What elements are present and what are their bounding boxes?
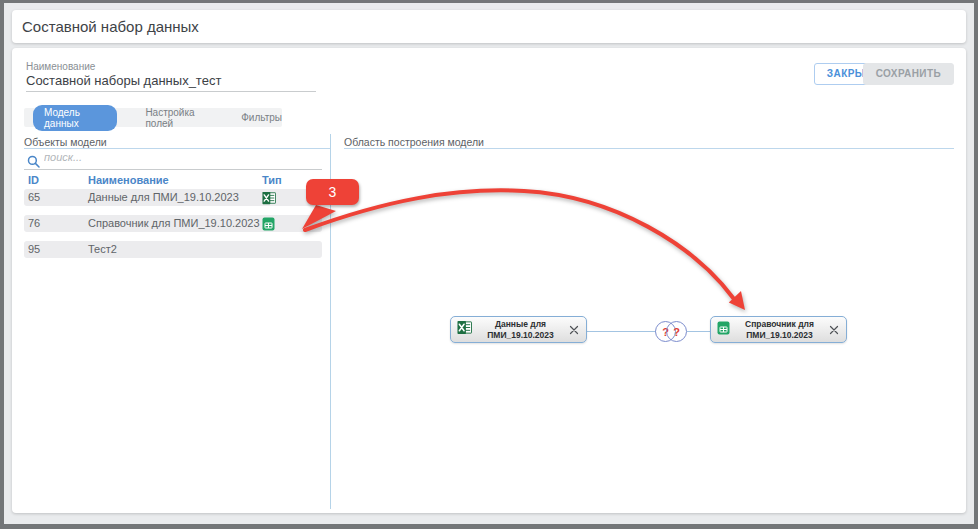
name-field-value[interactable]: Составной наборы данных_тест — [26, 73, 221, 88]
model-node-data[interactable]: Данные для ПМИ_19.10.2023 — [450, 316, 587, 343]
tab-filters[interactable]: Фильтры — [241, 112, 282, 123]
name-field-underline — [26, 91, 316, 92]
sheet-file-icon — [262, 217, 275, 236]
node-label: Данные для ПМИ_19.10.2023 — [472, 319, 569, 340]
model-node-reference[interactable]: Справочник для ПМИ_19.10.2023 — [710, 316, 847, 343]
table-row[interactable]: 65 Данные для ПМИ_19.10.2023 — [24, 189, 322, 206]
table-row[interactable]: 95 Тест2 — [24, 241, 322, 258]
step-number-badge: 3 — [306, 179, 359, 205]
column-header-type[interactable]: Тип — [262, 174, 282, 186]
objects-panel-rule — [24, 148, 330, 149]
excel-file-icon — [262, 191, 276, 210]
row-name: Данные для ПМИ_19.10.2023 — [88, 189, 239, 206]
tab-field-settings[interactable]: Настройка полей — [145, 107, 213, 129]
canvas-panel-title: Область построения модели — [344, 136, 484, 148]
row-name: Справочник для ПМИ_19.10.2023 — [88, 215, 260, 232]
join-right-circle[interactable]: ? — [666, 321, 687, 342]
column-header-name[interactable]: Наименование — [88, 174, 169, 186]
search-underline — [24, 169, 322, 170]
save-button[interactable]: СОХРАНИТЬ — [863, 63, 954, 85]
close-icon[interactable] — [569, 325, 579, 335]
tab-data-model[interactable]: Модель данных — [33, 105, 117, 131]
join-connector-line — [687, 331, 710, 332]
join-connector-line — [587, 331, 656, 332]
node-label: Справочник для ПМИ_19.10.2023 — [730, 319, 829, 340]
row-id: 76 — [28, 215, 40, 232]
tab-bar: Модель данных Настройка полей Фильтры — [24, 108, 282, 127]
main-panel: Наименование Составной наборы данных_тес… — [12, 48, 966, 513]
window-header: Составной набор данных — [12, 10, 966, 43]
excel-file-icon — [457, 320, 472, 339]
sheet-file-icon — [717, 321, 730, 339]
row-id: 65 — [28, 189, 40, 206]
table-row[interactable]: 76 Справочник для ПМИ_19.10.2023 — [24, 215, 322, 232]
join-type-selector[interactable]: ? ? — [655, 321, 687, 342]
canvas-panel-rule — [344, 148, 954, 149]
column-header-id[interactable]: ID — [28, 174, 39, 186]
name-field-label: Наименование — [26, 61, 95, 72]
search-input[interactable] — [44, 151, 314, 163]
page-title: Составной набор данных — [22, 10, 199, 43]
objects-panel-title: Объекты модели — [24, 136, 107, 148]
close-icon[interactable] — [829, 325, 839, 335]
row-name: Тест2 — [88, 241, 117, 258]
row-id: 95 — [28, 241, 40, 258]
